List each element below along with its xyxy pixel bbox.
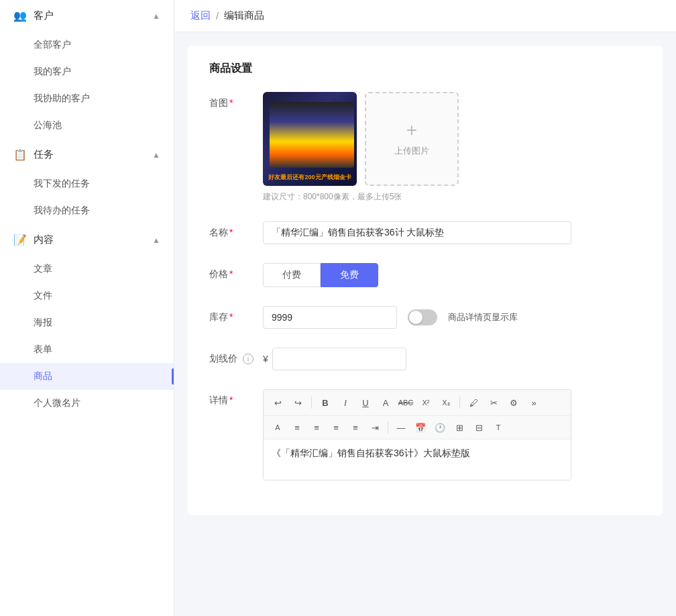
page-header: 返回 / 编辑商品 [174, 0, 676, 32]
customers-arrow-icon: ▲ [152, 11, 160, 21]
align-left-button[interactable]: ≡ [288, 419, 306, 436]
tasks-icon: 📋 [13, 148, 27, 161]
name-field [263, 221, 641, 244]
sidebar-item-files[interactable]: 文件 [0, 283, 174, 309]
sidebar-item-articles[interactable]: 文章 [0, 256, 174, 283]
upload-placeholder[interactable]: + 上传图片 [365, 92, 459, 186]
toolbar-sep-1 [311, 397, 312, 409]
sidebar-item-all-customers[interactable]: 全部客户 [0, 32, 174, 58]
sidebar-group-tasks: 📋 任务 ▲ 我下发的任务 我待办的任务 [0, 139, 174, 224]
name-row: 名称* [209, 221, 641, 244]
superscript-button[interactable]: X² [417, 394, 435, 411]
stock-input[interactable] [263, 306, 397, 329]
align-justify-button[interactable]: ≡ [347, 419, 364, 436]
upload-label: 上传图片 [394, 145, 429, 157]
tasks-arrow-icon: ▲ [152, 150, 160, 160]
stock-input-row: 商品详情页显示库 [263, 306, 641, 329]
price-row: 价格* 付费 免费 [209, 263, 641, 287]
sidebar-group-content: 📝 内容 ▲ 文章 文件 海报 表单 商品 个人微名片 [0, 224, 174, 417]
sidebar-group-customers: 👥 客户 ▲ 全部客户 我的客户 我协助的客户 公海池 [0, 0, 174, 139]
section-title: 商品设置 [209, 62, 641, 76]
editor-content-area[interactable]: 《「精华汇编」销售自拓获客36计》大鼠标垫版 [264, 440, 571, 480]
back-link[interactable]: 返回 [190, 9, 211, 22]
font-size-button[interactable]: A [269, 419, 286, 436]
hr-button[interactable]: — [392, 419, 410, 436]
edit-product-form: 商品设置 首图* 好友最后还有200元产线烟金卡 + 上传图片 [188, 46, 663, 515]
strikethrough-price-input-row: ¥ [263, 348, 641, 370]
sidebar-item-pending-tasks[interactable]: 我待办的任务 [0, 197, 174, 224]
price-label: 价格* [209, 263, 263, 280]
detail-field: ↩ ↪ B I U A ABC X² X₂ 🖊 ✂ ⚙ » [263, 389, 641, 480]
name-label: 名称* [209, 221, 263, 239]
sidebar-group-content-header[interactable]: 📝 内容 ▲ [0, 224, 174, 256]
cover-image-label: 首图* [209, 92, 263, 109]
sidebar-item-public-pool[interactable]: 公海池 [0, 112, 174, 139]
font-color-button[interactable]: A [377, 394, 394, 411]
align-center-button[interactable]: ≡ [308, 419, 325, 436]
toolbar-sep-3 [388, 421, 388, 433]
sidebar-item-business-cards[interactable]: 个人微名片 [0, 390, 174, 417]
highlight-button[interactable]: 🖊 [465, 394, 482, 411]
stock-toggle[interactable] [408, 309, 437, 325]
strikethrough-button[interactable]: ABC [397, 394, 414, 411]
info-icon[interactable]: i [243, 354, 253, 364]
stock-row: 库存* 商品详情页显示库 [209, 306, 641, 329]
more-button[interactable]: ⚙ [505, 394, 522, 411]
content-icon: 📝 [13, 234, 27, 246]
align-right-button[interactable]: ≡ [327, 419, 345, 436]
customers-icon: 👥 [13, 9, 27, 22]
customers-group-label: 客户 [34, 9, 54, 22]
sidebar-item-posters[interactable]: 海报 [0, 309, 174, 336]
editor-toolbar-row1: ↩ ↪ B I U A ABC X² X₂ 🖊 ✂ ⚙ » [264, 390, 571, 416]
breadcrumb-separator: / [216, 10, 219, 21]
stock-field: 商品详情页显示库 [263, 306, 641, 329]
cover-image-row: 首图* 好友最后还有200元产线烟金卡 + 上传图片 建议尺寸：800*800像… [209, 92, 641, 203]
indent-button[interactable]: ⇥ [366, 419, 384, 436]
currency-symbol: ¥ [263, 354, 268, 364]
strikethrough-field: ¥ [263, 348, 641, 370]
redo-button[interactable]: ↪ [289, 394, 306, 411]
date-button[interactable]: 📅 [412, 419, 429, 436]
sidebar-group-tasks-header[interactable]: 📋 任务 ▲ [0, 139, 174, 170]
stock-label: 库存* [209, 306, 263, 323]
italic-button[interactable]: I [337, 394, 354, 411]
cut-button[interactable]: ✂ [485, 394, 502, 411]
main-area: 返回 / 编辑商品 商品设置 首图* 好友最后还有200元产线烟金卡 + [174, 0, 676, 616]
editor-toolbar-row2: A ≡ ≡ ≡ ≡ ⇥ — 📅 🕐 ⊞ ⊟ T [264, 416, 571, 440]
bold-button[interactable]: B [317, 394, 334, 411]
breadcrumb-current: 编辑商品 [224, 9, 264, 22]
detail-row: 详情* ↩ ↪ B I U A ABC X² X₂ [209, 389, 641, 480]
strikethrough-input[interactable] [272, 348, 406, 370]
sidebar-group-customers-header[interactable]: 👥 客户 ▲ [0, 0, 174, 32]
underline-button[interactable]: U [357, 394, 374, 411]
sidebar-item-forms[interactable]: 表单 [0, 336, 174, 363]
content-arrow-icon: ▲ [152, 236, 160, 245]
sidebar-item-issued-tasks[interactable]: 我下发的任务 [0, 170, 174, 197]
toolbar-sep-2 [459, 397, 460, 409]
text-format-button[interactable]: T [490, 419, 507, 436]
expand-button[interactable]: » [525, 394, 543, 411]
price-btn-group: 付费 免费 [263, 263, 641, 287]
plus-icon: + [406, 121, 417, 140]
stock-toggle-label: 商品详情页显示库 [448, 311, 518, 323]
strikethrough-label: 划线价 i [209, 348, 263, 365]
sidebar-item-assisted-customers[interactable]: 我协助的客户 [0, 85, 174, 112]
time-button[interactable]: 🕐 [431, 419, 449, 436]
uploaded-image-thumb[interactable]: 好友最后还有200元产线烟金卡 [263, 92, 357, 186]
free-button[interactable]: 免费 [321, 263, 378, 287]
tasks-group-label: 任务 [34, 148, 54, 161]
undo-button[interactable]: ↩ [269, 394, 286, 411]
detail-label: 详情* [209, 389, 263, 407]
table-delete-button[interactable]: ⊟ [470, 419, 488, 436]
paid-button[interactable]: 付费 [263, 263, 321, 287]
table-button[interactable]: ⊞ [451, 419, 468, 436]
cover-image-field: 好友最后还有200元产线烟金卡 + 上传图片 建议尺寸：800*800像素，最多… [263, 92, 641, 203]
sidebar-item-my-customers[interactable]: 我的客户 [0, 58, 174, 85]
subscript-button[interactable]: X₂ [437, 394, 455, 411]
content-group-label: 内容 [34, 234, 54, 246]
image-hint: 建议尺寸：800*800像素，最多上传5张 [263, 191, 641, 203]
image-upload-area: 好友最后还有200元产线烟金卡 + 上传图片 [263, 92, 641, 186]
cover-image-required: * [229, 97, 233, 108]
sidebar-item-products[interactable]: 商品 [0, 363, 174, 390]
name-input[interactable] [263, 221, 571, 244]
